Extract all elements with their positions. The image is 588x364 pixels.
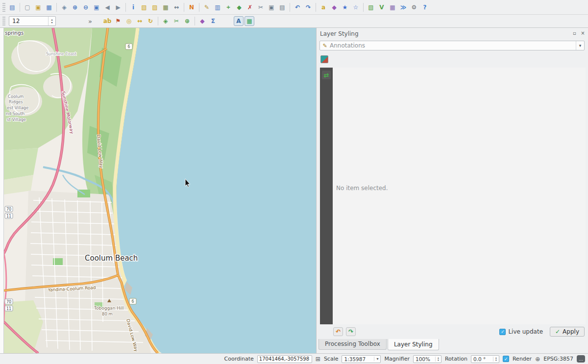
select-features-icon[interactable]: ▧ bbox=[139, 2, 149, 12]
rotate-label-icon[interactable]: ↻ bbox=[146, 16, 155, 26]
toolbar-overflow-chevron[interactable]: » bbox=[88, 18, 92, 25]
symbology-tab-icon[interactable] bbox=[320, 55, 328, 63]
highlight-labels-icon[interactable]: ◎ bbox=[124, 16, 134, 26]
diagrams-icon[interactable]: ◆ bbox=[329, 2, 339, 12]
apply-check-icon: ✓ bbox=[555, 328, 560, 335]
pin-labels-icon[interactable]: ⚑ bbox=[113, 16, 123, 26]
svg-text:6: 6 bbox=[127, 45, 130, 49]
save-edits-icon[interactable]: ▥ bbox=[213, 2, 222, 12]
north-arrow-icon[interactable]: N bbox=[187, 2, 196, 12]
style-dock-icon[interactable]: ▦ bbox=[245, 16, 254, 26]
zoom-last-icon[interactable]: ◀ bbox=[102, 2, 112, 12]
style-undo-button[interactable]: ↶ bbox=[333, 327, 343, 336]
merge-features-icon[interactable]: ⊕ bbox=[182, 16, 192, 26]
close-panel-icon[interactable]: × bbox=[580, 30, 586, 36]
crs-globe-icon[interactable]: ⊕ bbox=[535, 356, 540, 363]
zoom-in-icon[interactable]: ⊕ bbox=[70, 2, 80, 12]
extents-toggle-icon[interactable]: ⊞ bbox=[316, 356, 320, 363]
styling-tabs-strip[interactable]: ⇄ bbox=[320, 68, 333, 324]
scale-combo[interactable]: 1:35987 ▾ bbox=[342, 355, 381, 363]
messages-button[interactable]: … bbox=[577, 355, 585, 363]
add-feature-icon[interactable]: ＋ bbox=[223, 2, 233, 12]
python-console-icon[interactable]: ≫ bbox=[398, 2, 408, 12]
map-label-sunshine-coast: Sunshine Coast bbox=[46, 52, 76, 56]
help-icon[interactable]: ? bbox=[420, 2, 430, 12]
font-size-combo[interactable]: 12 ▴ ▾ bbox=[9, 16, 56, 26]
undock-panel-icon[interactable]: ▫ bbox=[571, 30, 578, 36]
annotations-layer-icon: ✎ bbox=[320, 43, 330, 49]
font-size-spinner[interactable]: ▴ ▾ bbox=[48, 17, 55, 25]
toolbar-secondary-icons: ab⚑◎↔↻◈✂⊕◆ΣA▦ bbox=[102, 16, 255, 26]
map-label-ridge: nd South bbox=[6, 111, 24, 116]
zoom-next-icon[interactable]: ▶ bbox=[113, 2, 123, 12]
rotation-label: Rotation bbox=[445, 356, 467, 362]
label-toolbar-icon[interactable]: ab bbox=[102, 16, 112, 26]
spin-down-icon[interactable]: ▾ bbox=[51, 21, 52, 24]
add-raster-layer-icon[interactable]: ▦ bbox=[388, 2, 397, 12]
font-size-value: 12 bbox=[9, 18, 48, 24]
render-checkbox[interactable]: ✓ bbox=[503, 356, 509, 362]
paste-features-icon[interactable]: ▤ bbox=[277, 2, 287, 12]
coordinate-input[interactable] bbox=[257, 355, 312, 363]
toggle-editing-icon[interactable]: ✎ bbox=[202, 2, 212, 12]
toolbar-separator bbox=[184, 3, 184, 12]
toolbar-separator bbox=[20, 3, 20, 12]
identify-features-icon[interactable]: i bbox=[128, 2, 138, 12]
svg-text:11: 11 bbox=[6, 307, 11, 311]
map-label-ridge: Coolum bbox=[8, 94, 24, 99]
zoom-full-icon[interactable]: ▣ bbox=[92, 2, 101, 12]
dropdown-arrow-icon[interactable]: ▾ bbox=[576, 41, 584, 50]
tab-processing-toolbox[interactable]: Processing Toolbox bbox=[318, 339, 387, 350]
zoom-out-icon[interactable]: ⊖ bbox=[81, 2, 91, 12]
style-redo-button[interactable]: ↷ bbox=[346, 327, 356, 336]
rotation-spinner[interactable]: 0.0 ° ▴ ▾ bbox=[471, 355, 499, 363]
copy-features-icon[interactable]: ▣ bbox=[267, 2, 276, 12]
scale-dropdown-icon[interactable]: ▾ bbox=[374, 357, 380, 361]
undo-icon[interactable]: ↶ bbox=[293, 2, 302, 12]
statistics-icon[interactable]: Σ bbox=[208, 16, 218, 26]
render-label: Render bbox=[513, 356, 532, 362]
spin-down-icon[interactable]: ▾ bbox=[438, 359, 439, 362]
crs-label[interactable]: EPSG:3857 bbox=[543, 356, 573, 362]
deselect-features-icon[interactable]: ▨ bbox=[150, 2, 160, 12]
attribute-table-icon[interactable]: ▦ bbox=[161, 2, 171, 12]
pan-map-icon[interactable]: ◈ bbox=[59, 2, 69, 12]
toolbar-main: ▤▢▣▦◈⊕⊖▣◀▶i▧▨▦↔N✎▥＋◆✗✂▣▤↶↷a◆★☆▧V▦≫⚙? bbox=[0, 0, 588, 15]
delete-selected-icon[interactable]: ✗ bbox=[245, 2, 255, 12]
cut-features-icon[interactable]: ✂ bbox=[256, 2, 266, 12]
spin-down-icon[interactable]: ▾ bbox=[495, 359, 497, 362]
processing-toolbox-icon[interactable]: ⚙ bbox=[409, 2, 419, 12]
new-bookmark-icon[interactable]: ★ bbox=[340, 2, 350, 12]
apply-button[interactable]: ✓ Apply bbox=[550, 327, 585, 337]
toolbar-separator bbox=[195, 17, 195, 25]
labeling-icon[interactable]: a bbox=[318, 2, 328, 12]
add-vector-layer-icon[interactable]: V bbox=[377, 2, 387, 12]
move-label-icon[interactable]: ↔ bbox=[135, 16, 145, 26]
live-update-checkbox[interactable]: ✓ bbox=[499, 329, 506, 335]
new-project-icon[interactable]: ▢ bbox=[23, 2, 32, 12]
toolbar-gap bbox=[219, 21, 233, 22]
magnifier-spinner[interactable]: 100% ▴ ▾ bbox=[413, 355, 441, 363]
show-bookmarks-icon[interactable]: ☆ bbox=[351, 2, 361, 12]
scale-value: 1:35987 bbox=[342, 356, 374, 362]
measure-icon[interactable]: ↔ bbox=[172, 2, 181, 12]
split-features-icon[interactable]: ✂ bbox=[172, 16, 181, 26]
open-project-icon[interactable]: ▣ bbox=[33, 2, 43, 12]
map-label-ridge: est Village bbox=[7, 105, 28, 110]
diagram-options-icon[interactable]: ◆ bbox=[197, 16, 207, 26]
annotation-arrows-icon[interactable]: ⇄ bbox=[322, 71, 331, 79]
move-feature-icon[interactable]: ◈ bbox=[161, 16, 171, 26]
layer-select-dropdown[interactable]: ✎ Annotations ▾ bbox=[319, 41, 585, 50]
toolbar-handle[interactable] bbox=[2, 3, 5, 12]
tab-layer-styling[interactable]: Layer Styling bbox=[388, 339, 439, 350]
save-project-icon[interactable]: ▦ bbox=[44, 2, 54, 12]
open-data-source-manager-icon[interactable]: ▤ bbox=[7, 2, 17, 12]
map-canvas[interactable]: 6 6 70 11 70 11 springs Sunshine Coast bbox=[4, 28, 316, 353]
collapsed-left-panel[interactable] bbox=[0, 28, 4, 353]
toolbar-handle-2[interactable] bbox=[2, 17, 5, 25]
redo-icon[interactable]: ↷ bbox=[303, 2, 313, 12]
text-annotation-icon[interactable]: A bbox=[234, 16, 244, 26]
vertex-tool-icon[interactable]: ◆ bbox=[234, 2, 244, 12]
new-virtual-layer-icon[interactable]: ▧ bbox=[366, 2, 376, 12]
panel-bottom-bar: ↶ ↷ ✓ Live update ✓ Apply bbox=[317, 326, 588, 338]
